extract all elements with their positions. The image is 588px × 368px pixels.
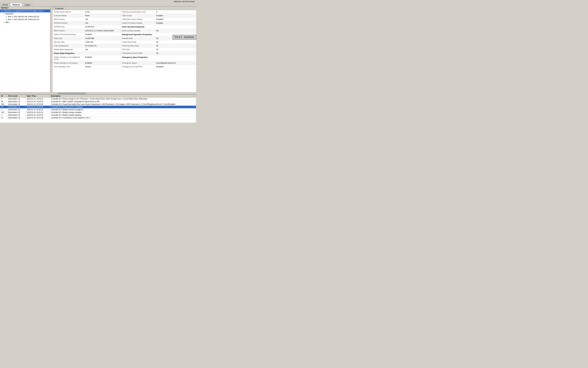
tree-backplane[interactable]: 📋 Backplane: [2, 12, 50, 15]
log-cell-level: [Information, 0]: [7, 98, 26, 100]
prop-value-left: Yes: [84, 48, 121, 51]
log-cell-level: [Information, 0]: [7, 106, 26, 108]
log-col-desc: Description: [50, 95, 196, 98]
section-header-right: Drive Security Properties:: [121, 25, 196, 29]
tree-header: TESTULT: [0, 7, 50, 9]
log-table: ID Error Level Date / Time Description 4…: [0, 94, 196, 119]
prop-label-right: Rebuild Rate: [121, 37, 155, 40]
prop-value-left: Enabled: [84, 61, 121, 65]
log-col-level: Error Level: [7, 95, 26, 98]
prop-label-left: Coercion Mode: [53, 14, 84, 18]
log-cell-datetime: 2018-01-31, 20:32:23: [26, 114, 50, 117]
prop-value-right: 0: [155, 10, 196, 14]
prop-value-left: Yes: [84, 18, 121, 21]
prop-label-left: NVRAM Size: [53, 25, 84, 29]
welcome-text: Welcome: zdr [Full Access]: [174, 0, 195, 3]
section-header-right: Emergency Spare Properties:: [121, 55, 196, 61]
controller-icon: ⊞: [0, 10, 3, 12]
prop-label-left: Shield State Supported: [53, 48, 84, 51]
slot0-icon: 💿: [5, 16, 7, 18]
prop-label-right: Online Firmware Update: [121, 21, 155, 25]
prop-label-left: BIOS Version: [53, 29, 84, 33]
log-cell-desc: Controller ID: 0 Battery relearn complet…: [50, 106, 196, 108]
watermark: TEST-KAPKA: [173, 35, 196, 39]
hscroll-left: [0, 92, 50, 94]
log-row[interactable]: 4[Information, 0]2018-01-31, 20:33:31Con…: [0, 98, 196, 100]
tab-physical[interactable]: Physical: [10, 3, 22, 6]
log-cell-desc: Controller ID: 0 Policy change on VD: 0 …: [50, 98, 196, 100]
slot1-icon: 💿: [5, 18, 7, 21]
prop-value-left: 54 C(129.2 F): [84, 44, 121, 48]
properties-tab[interactable]: Properties: [53, 7, 66, 10]
log-row[interactable]: 53[Information, 0]2018-01-31, 20:33:28Co…: [0, 106, 196, 108]
prop-value-left: Enabled: [84, 33, 121, 37]
hscroll-right[interactable]: [50, 92, 196, 94]
tree-slot1[interactable]: 💿 Slot: 1, SAS, 558.912 GB, Online,(512 …: [5, 18, 50, 21]
prop-label-right: Emergency Spare: [121, 61, 155, 65]
log-cell-id: 94: [0, 100, 7, 103]
prop-value-left: 1.000 GB: [84, 40, 121, 44]
tabs-row: nboard Physical Logical: [0, 3, 196, 7]
prop-value-left: 5.50.03.0_4.17.08.00_0x06110200: [84, 29, 121, 33]
tab-logical[interactable]: Logical: [22, 3, 32, 6]
tab-dashboard[interactable]: nboard: [0, 3, 10, 6]
prop-value-left: 30mins: [84, 65, 121, 69]
backplane-icon: 📋: [3, 13, 5, 15]
tree-slot0[interactable]: 💿 Slot: 0, SAS, 558.912 GB, Online,(512 …: [5, 15, 50, 18]
prop-label-left: NVRAM Present: [53, 21, 84, 25]
prop-label-left: Native Command Queuing: [53, 33, 84, 37]
log-row[interactable]: 94[Information, 0]2018-01-31, 20:33:31Co…: [0, 100, 196, 103]
hscroll-area: [0, 92, 196, 94]
log-row[interactable]: 1[Information, 0]2018-01-31, 20:32:23Con…: [0, 108, 196, 111]
log-row[interactable]: 242[Information, 0]2018-01-31, 20:32:23C…: [0, 111, 196, 114]
prop-value-right: 30: [155, 40, 196, 44]
prop-value-left: 4 Sec: [84, 10, 121, 14]
prop-value-left: 16.000 MB: [84, 37, 121, 40]
log-cell-desc: Controller ID: 0 Battery charge complete: [50, 111, 196, 114]
prop-value-right: Enabled: [155, 14, 196, 18]
log-row[interactable]: 545[Information, 0]2018-01-31, 20:33:28C…: [0, 103, 196, 106]
log-cell-id: 1: [0, 114, 7, 117]
prop-label-right: BGI Rate: [121, 48, 155, 51]
log-cell-id: 242: [0, 111, 7, 114]
log-cell-desc: Controller ID: 0 Battery started chargin…: [50, 114, 196, 117]
log-cell-level: [Information, 0]: [7, 114, 26, 117]
log-cell-datetime: 2018-01-31, 20:33:28: [26, 106, 50, 108]
log-row[interactable]: 1[Information, 0]2018-01-31, 20:32:23Con…: [0, 114, 196, 117]
prop-label-right: SSD Guard: [121, 14, 155, 18]
prop-label-left: Drive Standby Time: [53, 65, 84, 69]
log-cell-level: [Information, 0]: [7, 108, 26, 111]
tree-controller[interactable]: ⊞ Controller0: LSI MegaRAID SAS 9271-8i(…: [0, 9, 50, 12]
log-cell-level: [Information, 0]: [7, 100, 26, 103]
log-cell-desc: Controller ID: 0 Battery relearn in prog…: [50, 108, 196, 111]
welcome-bar: Welcome: zdr [Full Access]: [0, 0, 196, 3]
prop-label-left: Cache Flush Interval: [53, 10, 84, 14]
prop-value-right: Disabled: [155, 65, 196, 69]
log-cell-level: [Information, 0]: [7, 117, 26, 119]
log-cell-desc: Controller ID: 0 SuperCap Health After L…: [50, 103, 196, 106]
prop-value-right: No: [155, 29, 196, 33]
log-cell-datetime: 2018-01-31, 20:33:31: [26, 98, 50, 100]
prop-value-left: Yes: [84, 21, 121, 25]
log-cell-datetime: 2018-01-31, 20:32:23: [26, 108, 50, 111]
log-cell-datetime: 2018-01-31, 20:31:35: [26, 117, 50, 119]
log-col-datetime: Date / Time: [26, 95, 50, 98]
log-row[interactable]: 47[Information, 0]2018-01-31, 20:31:35Co…: [0, 117, 196, 119]
prop-value-right: Disabled: [155, 18, 196, 21]
log-cell-datetime: 2018-01-31, 20:33:31: [26, 100, 50, 103]
prop-label-right: Patrol Read Rate: [121, 40, 155, 44]
log-header-row: ID Error Level Date / Time Description: [0, 95, 196, 98]
prop-label-right: SSD Disk Cache Setting: [121, 18, 155, 21]
prop-value-left: Enabled: [84, 55, 121, 61]
prop-label-left: Flash Size: [53, 37, 84, 40]
tree-bbu[interactable]: 🔋 BBU:: [2, 21, 50, 24]
prop-label-right: Memory uncorrectable count: [121, 10, 155, 14]
prop-label-left: Power savings on hot spares: [53, 61, 84, 65]
prop-value-left: 32.000 KB: [84, 25, 121, 29]
log-cell-id: 47: [0, 117, 7, 119]
log-cell-id: 545: [0, 103, 7, 106]
log-cell-id: 1: [0, 108, 7, 111]
prop-value-right: Unconfigured Good & G: [155, 61, 196, 65]
prop-value-right: 30: [155, 48, 196, 51]
log-cell-id: 53: [0, 106, 7, 108]
